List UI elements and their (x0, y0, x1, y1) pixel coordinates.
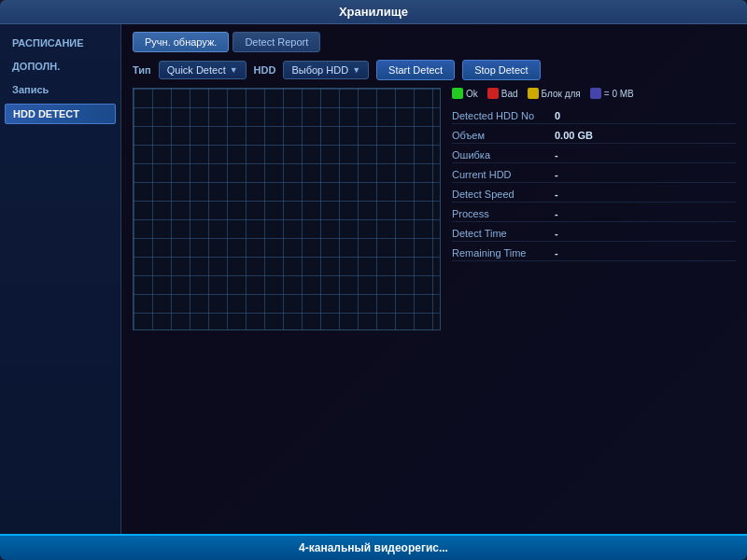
legend-label-block: Блок для (542, 89, 581, 99)
legend-dot-zero (590, 88, 601, 99)
info-label-7: Remaining Time (452, 247, 555, 259)
info-row-2: Ошибка - (452, 147, 736, 163)
info-row-5: Process - (452, 206, 736, 222)
title-text: Хранилище (339, 5, 408, 19)
grid-panel (133, 88, 441, 330)
legend-block: Блок для (528, 88, 581, 99)
hdd-dropdown-arrow: ▼ (352, 65, 360, 75)
start-detect-button[interactable]: Start Detect (376, 60, 455, 80)
info-label-3: Current HDD (452, 169, 555, 180)
tab-manual[interactable]: Ручн. обнаруж. (133, 32, 229, 52)
main-content: РАСПИСАНИЕ ДОПОЛН. Запись HDD DETECT Руч… (0, 24, 747, 534)
legend-label-zero: = 0 MB (604, 89, 634, 99)
info-label-0: Detected HDD No (452, 110, 555, 121)
grid-canvas (134, 89, 440, 329)
type-value: Quick Detect (167, 64, 226, 76)
info-row-0: Detected HDD No 0 (452, 108, 736, 124)
grid-lines (134, 89, 440, 329)
bottom-bar: 4-канальный видеорегис... (0, 534, 747, 560)
type-dropdown[interactable]: Quick Detect ▼ (159, 61, 247, 79)
content-panel: Ручн. обнаруж. Detect Report Тип Quick D… (121, 24, 747, 534)
legend-label-bad: Bad (501, 89, 518, 99)
info-label-2: Ошибка (452, 149, 555, 161)
legend-ok: Ok (452, 88, 478, 99)
sidebar-item-schedule[interactable]: РАСПИСАНИЕ (5, 34, 116, 52)
bottom-bar-text: 4-канальный видеорегис... (299, 541, 448, 554)
stop-detect-button[interactable]: Stop Detect (462, 60, 540, 80)
tab-report[interactable]: Detect Report (233, 32, 320, 52)
legend-label-ok: Ok (466, 89, 478, 99)
info-value-3: - (555, 169, 558, 180)
info-row-3: Current HDD - (452, 167, 736, 183)
info-value-5: - (555, 208, 558, 219)
title-bar: Хранилище (0, 0, 747, 24)
sidebar: РАСПИСАНИЕ ДОПОЛН. Запись HDD DETECT (0, 24, 121, 534)
info-row-4: Detect Speed - (452, 187, 736, 203)
controls-row: Тип Quick Detect ▼ HDD Выбор HDD ▼ Start… (133, 60, 736, 80)
legend-dot-ok (452, 88, 463, 99)
type-label: Тип (133, 64, 151, 76)
sidebar-item-record[interactable]: Запись (5, 80, 116, 99)
legend-dot-bad (487, 88, 499, 99)
info-value-1: 0.00 GB (555, 130, 593, 141)
detection-area: Ok Bad Блок для = 0 MB (133, 88, 736, 526)
sidebar-item-hdd-detect[interactable]: HDD DETECT (5, 104, 116, 124)
info-label-4: Detect Speed (452, 189, 555, 200)
info-value-0: 0 (555, 110, 560, 121)
info-row-1: Объем 0.00 GB (452, 128, 736, 144)
info-value-4: - (555, 189, 558, 200)
legend-bad: Bad (487, 88, 518, 99)
legend-zero: = 0 MB (590, 88, 634, 99)
legend-dot-block (528, 88, 539, 99)
info-value-7: - (555, 247, 558, 259)
info-row-7: Remaining Time - (452, 245, 736, 261)
info-value-6: - (555, 228, 558, 239)
info-label-5: Process (452, 208, 555, 219)
hdd-value: Выбор HDD (291, 64, 348, 76)
info-row-6: Detect Time - (452, 226, 736, 242)
screen: Хранилище РАСПИСАНИЕ ДОПОЛН. Запись HDD … (0, 0, 747, 560)
type-dropdown-arrow: ▼ (230, 65, 238, 75)
tabs-row: Ручн. обнаруж. Detect Report (133, 32, 736, 52)
hdd-dropdown[interactable]: Выбор HDD ▼ (283, 61, 369, 79)
hdd-label: HDD (254, 64, 276, 76)
info-panel: Ok Bad Блок для = 0 MB (452, 88, 736, 526)
info-label-6: Detect Time (452, 228, 555, 239)
info-value-2: - (555, 149, 558, 161)
info-label-1: Объем (452, 130, 555, 141)
legend-row: Ok Bad Блок для = 0 MB (452, 88, 736, 99)
sidebar-item-extra[interactable]: ДОПОЛН. (5, 57, 116, 76)
